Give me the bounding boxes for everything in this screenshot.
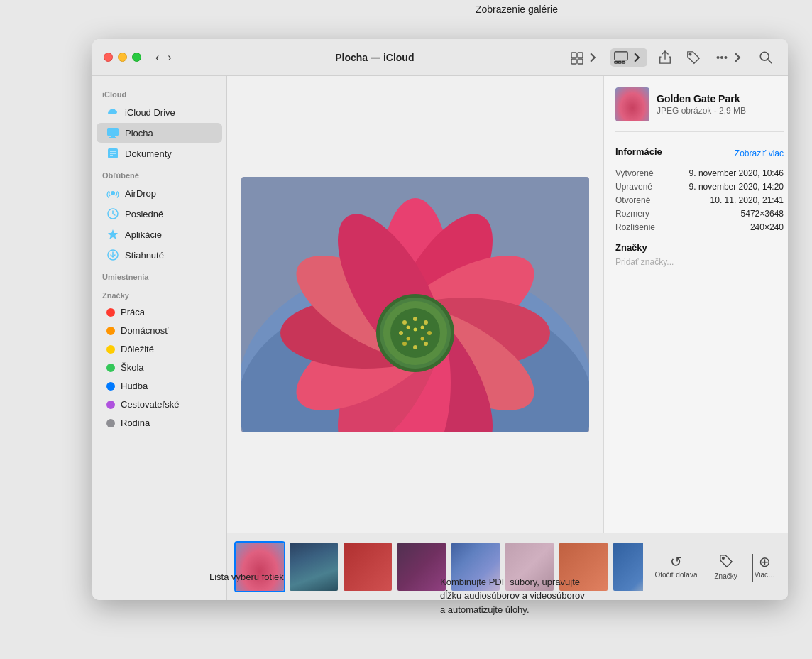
svg-point-43 xyxy=(427,331,432,335)
tag-dot-hudba xyxy=(106,382,115,391)
actions-annotation: Kombinujte PDF súbory, upravujte dĺžku a… xyxy=(440,575,585,617)
nav-buttons: ‹ › xyxy=(153,50,175,65)
inspector-file-name: Golden Gate Park xyxy=(657,93,746,104)
inspector-info-header: Informácie Zobraziť viac xyxy=(615,143,784,163)
sidebar-tag-rodina[interactable]: Rodina xyxy=(97,414,222,432)
photo-strip-label: Lišta výberu fotiek xyxy=(209,572,284,582)
sidebar-item-aplikacie[interactable]: Aplikácie xyxy=(97,224,222,244)
sidebar-item-plocha[interactable]: Plocha xyxy=(97,123,222,143)
thumb-img-2 xyxy=(290,543,338,591)
inspector-value-rozmery: 5472×3648 xyxy=(741,209,784,219)
view-switcher-button[interactable] xyxy=(566,48,603,67)
sidebar-label-praca: Práca xyxy=(121,307,145,317)
sidebar-tag-domacnost[interactable]: Domácnosť xyxy=(97,322,222,339)
thumb-img-1 xyxy=(236,543,284,591)
maximize-button[interactable] xyxy=(132,53,141,62)
back-button[interactable]: ‹ xyxy=(153,50,162,65)
photo-strip-line xyxy=(263,554,263,582)
sidebar-tag-hudba[interactable]: Hudba xyxy=(97,377,222,395)
svg-rect-0 xyxy=(571,53,576,58)
view-switcher-icon xyxy=(570,50,584,65)
svg-point-47 xyxy=(399,331,403,335)
sidebar-section-locations: Umiestnenia xyxy=(92,266,226,284)
content-area: iCloud iCloud Drive Plocha xyxy=(92,76,788,600)
airdrop-icon xyxy=(106,187,119,200)
inspector-key-otvorene: Otvorené xyxy=(615,195,650,205)
svg-point-48 xyxy=(407,325,410,329)
tags-action-label: Značky xyxy=(714,572,737,580)
inspector-tags-placeholder[interactable]: Pridať značky... xyxy=(615,257,784,267)
sidebar-label-skola: Škola xyxy=(121,362,144,373)
thumbnail-8[interactable] xyxy=(612,541,643,592)
desktop-icon xyxy=(106,126,119,139)
thumbnail-3[interactable] xyxy=(342,541,393,592)
thumbnail-2[interactable] xyxy=(288,541,339,592)
traffic-lights xyxy=(104,53,141,62)
svg-point-42 xyxy=(424,320,428,325)
sidebar-item-stiahnuté[interactable]: Stiahnuté xyxy=(97,245,222,265)
thumbnail-1[interactable] xyxy=(234,541,285,592)
sidebar-item-icloud-drive[interactable]: iCloud Drive xyxy=(97,102,222,122)
sidebar-label-dolezite: Dôležité xyxy=(121,344,154,354)
sidebar-label-posledne: Posledné xyxy=(125,209,163,219)
tag-dot-dolezite xyxy=(106,345,115,354)
svg-rect-3 xyxy=(578,59,583,64)
minimize-button[interactable] xyxy=(118,53,127,62)
inspector-row-otvorene: Otvorené 10. 11. 2020, 21:41 xyxy=(615,195,784,205)
thumb-img-3 xyxy=(344,543,392,591)
close-button[interactable] xyxy=(104,53,113,62)
inspector-file-type: JPEG obrázok - 2,9 MB xyxy=(657,106,746,116)
window-title: Plocha — iCloud xyxy=(183,52,566,63)
svg-point-53 xyxy=(722,557,724,559)
sidebar-tag-skola[interactable]: Škola xyxy=(97,359,222,376)
thumbnail-actions: ↺ Otočiť doľava Značky ⊕ xyxy=(649,551,781,583)
inspector-key-vytvorene: Vytvorené xyxy=(615,168,654,178)
search-button[interactable] xyxy=(755,48,777,67)
forward-button[interactable]: › xyxy=(165,50,174,65)
svg-point-10 xyxy=(721,56,723,58)
sidebar-label-stiahnuté: Stiahnuté xyxy=(125,250,164,261)
svg-point-9 xyxy=(717,56,719,58)
sidebar-label-rodina: Rodina xyxy=(121,418,150,428)
tags-action-button[interactable]: Značky xyxy=(708,551,742,583)
thumb-img-4 xyxy=(397,543,446,591)
gallery-annotation-label: Zobrazenie galérie xyxy=(476,4,558,15)
svg-point-39 xyxy=(390,308,440,358)
sidebar-item-posledne[interactable]: Posledné xyxy=(97,204,222,224)
sidebar-section-favorites: Obľúbené xyxy=(92,164,226,183)
sidebar-tag-dolezite[interactable]: Dôležité xyxy=(97,340,222,358)
inspector-info-title: Informácie xyxy=(615,146,662,157)
gallery-view-icon xyxy=(614,50,628,65)
sidebar: iCloud iCloud Drive Plocha xyxy=(92,76,227,600)
share-button[interactable] xyxy=(654,48,676,67)
toolbar-icons xyxy=(566,48,777,67)
svg-rect-2 xyxy=(571,59,576,64)
inspector-value-rozlisenie: 240×240 xyxy=(750,222,784,232)
sidebar-item-dokumenty[interactable]: Dokumenty xyxy=(97,143,222,163)
more-button[interactable] xyxy=(711,48,748,67)
sidebar-label-cestovatelske: Cestovateľské xyxy=(121,399,180,410)
actions-line xyxy=(752,554,753,582)
actions-label-line1: Kombinujte PDF súbory, upravujte xyxy=(440,575,585,589)
tag-dot-domacnost xyxy=(106,327,115,335)
more-action-button[interactable]: ⊕ Viac… xyxy=(749,552,781,582)
inspector-key-rozmery: Rozmery xyxy=(615,209,649,219)
inspector-row-upravene: Upravené 9. november 2020, 14:20 xyxy=(615,182,784,192)
gallery-image-area[interactable] xyxy=(227,76,603,533)
inspector-tags-title: Značky xyxy=(615,242,784,253)
view-chevron-icon xyxy=(586,50,600,65)
show-more-button[interactable]: Zobraziť viac xyxy=(735,148,784,158)
sidebar-tag-cestovatelske[interactable]: Cestovateľské xyxy=(97,396,222,413)
sidebar-item-airdrop[interactable]: AirDrop xyxy=(97,183,222,203)
rotate-left-icon: ↺ xyxy=(670,555,682,569)
gallery-view-button[interactable] xyxy=(610,48,647,67)
inspector-key-rozlisenie: Rozlíšenie xyxy=(615,222,655,232)
sidebar-section-tags: Značky xyxy=(92,284,226,303)
svg-rect-6 xyxy=(618,61,621,63)
svg-point-52 xyxy=(414,327,417,331)
tag-button[interactable] xyxy=(683,48,704,67)
inspector-row-rozmery: Rozmery 5472×3648 xyxy=(615,209,784,219)
sidebar-tag-praca[interactable]: Práca xyxy=(97,303,222,321)
rotate-left-button[interactable]: ↺ Otočiť doľava xyxy=(649,552,703,582)
tag-action-icon xyxy=(719,554,733,570)
